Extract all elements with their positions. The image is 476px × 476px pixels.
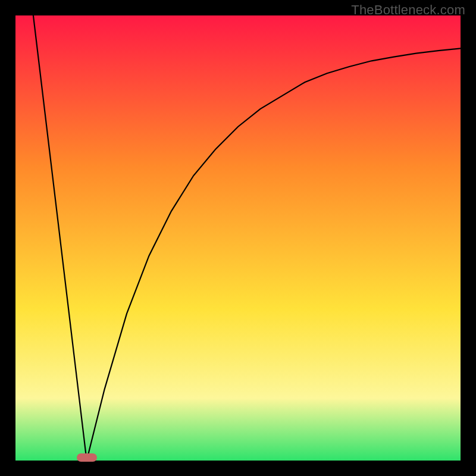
chart-svg [15,15,461,461]
chart-frame: TheBottleneck.com [0,0,476,476]
gradient-background [15,15,461,461]
plot-area [15,15,461,461]
